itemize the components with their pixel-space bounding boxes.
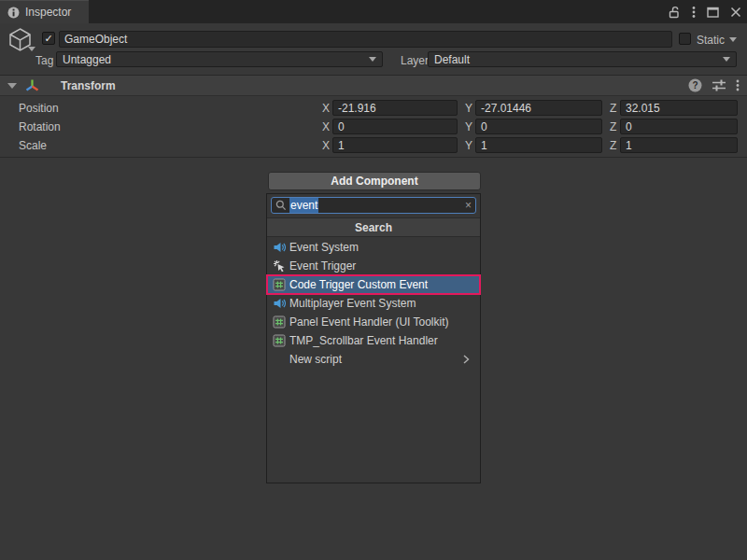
- axis-x-label: X: [322, 139, 330, 152]
- svg-text:?: ?: [692, 80, 698, 91]
- tab-inspector[interactable]: Inspector: [0, 0, 89, 23]
- axis-y-label: Y: [465, 102, 472, 115]
- position-z-field[interactable]: 32.015: [620, 100, 738, 116]
- scale-z-field[interactable]: 1: [620, 137, 738, 153]
- csharp-script-icon: [273, 315, 286, 329]
- list-item-event-system[interactable]: Event System: [267, 238, 480, 257]
- rotation-y-value: 0: [481, 120, 487, 133]
- component-kebab-menu-icon[interactable]: [736, 78, 740, 92]
- help-icon[interactable]: ?: [688, 78, 702, 92]
- layer-dropdown-arrow: [723, 57, 730, 62]
- list-item-panel-event-handler[interactable]: Panel Event Handler (UI Toolkit): [267, 313, 480, 331]
- transform-component-header[interactable]: Transform ?: [0, 75, 747, 96]
- axis-z-label: Z: [610, 139, 616, 152]
- axis-y-label: Y: [465, 120, 472, 133]
- info-icon: [7, 7, 20, 19]
- presets-icon[interactable]: [712, 78, 726, 92]
- add-component-popup: event × Search Event System Event Trigge…: [266, 193, 481, 483]
- rotation-x-value: 0: [338, 120, 345, 133]
- tag-label: Tag: [35, 54, 53, 67]
- event-system-icon: [273, 297, 286, 310]
- position-x-field[interactable]: -21.916: [332, 100, 458, 116]
- component-search-input[interactable]: event ×: [271, 197, 476, 214]
- event-trigger-icon: [273, 259, 286, 273]
- gameobject-name: GameObject: [64, 33, 127, 46]
- tag-value: Untagged: [63, 53, 111, 66]
- component-results-list: Event System Event Trigger Code Trigger …: [267, 238, 480, 369]
- list-item-tmp-scrollbar-event-handler[interactable]: TMP_Scrollbar Event Handler: [267, 331, 480, 350]
- axis-x-label: X: [322, 120, 330, 133]
- axis-z-label: Z: [610, 102, 616, 115]
- csharp-script-icon: [273, 278, 286, 291]
- scale-z-value: 1: [626, 139, 632, 152]
- item-label: Panel Event Handler (UI Toolkit): [289, 315, 449, 329]
- scale-y-field[interactable]: 1: [475, 137, 602, 153]
- list-item-event-trigger[interactable]: Event Trigger: [267, 257, 480, 275]
- search-section-header: Search: [267, 217, 480, 237]
- item-label: TMP_Scrollbar Event Handler: [289, 334, 438, 347]
- item-label: Event Trigger: [289, 259, 356, 273]
- rotation-label: Rotation: [19, 120, 61, 133]
- tab-label: Inspector: [25, 6, 71, 19]
- gameobject-icon-dropdown-arrow[interactable]: [28, 47, 35, 51]
- scale-label: Scale: [19, 139, 47, 152]
- static-label: Static: [697, 34, 725, 47]
- position-label: Position: [19, 102, 59, 115]
- close-icon[interactable]: [730, 7, 741, 18]
- window-titlebar: Inspector: [0, 0, 747, 23]
- chevron-right-icon: [459, 353, 472, 366]
- kebab-menu-icon[interactable]: [692, 6, 696, 19]
- event-system-icon: [273, 241, 286, 254]
- gameobject-name-field[interactable]: GameObject: [59, 31, 672, 48]
- item-label: New script: [289, 353, 342, 366]
- maximize-icon[interactable]: [707, 7, 719, 18]
- layer-value: Default: [434, 53, 470, 66]
- scale-y-value: 1: [481, 139, 487, 152]
- transform-icon: [24, 77, 40, 93]
- rotation-z-field[interactable]: 0: [620, 119, 738, 134]
- csharp-script-icon: [273, 334, 286, 347]
- axis-z-label: Z: [610, 120, 616, 133]
- position-y-value: -27.01446: [481, 102, 531, 115]
- rotation-x-field[interactable]: 0: [332, 119, 458, 134]
- layer-dropdown[interactable]: Default: [428, 51, 737, 67]
- foldout-arrow-icon[interactable]: [7, 83, 17, 89]
- item-label: Multiplayer Event System: [289, 297, 416, 310]
- tag-dropdown[interactable]: Untagged: [56, 51, 383, 67]
- rotation-z-value: 0: [626, 120, 632, 133]
- axis-x-label: X: [322, 102, 330, 115]
- position-z-value: 32.015: [626, 102, 660, 115]
- add-component-button[interactable]: Add Component: [268, 172, 481, 190]
- list-item-multiplayer-event-system[interactable]: Multiplayer Event System: [267, 294, 480, 313]
- static-dropdown-arrow[interactable]: [729, 37, 737, 42]
- layer-label: Layer: [401, 54, 429, 67]
- item-label: Code Trigger Custom Event: [289, 278, 428, 291]
- component-divider: [0, 157, 747, 158]
- search-icon: [275, 200, 287, 211]
- active-checkbox[interactable]: ✓: [42, 32, 55, 45]
- scale-x-field[interactable]: 1: [332, 137, 458, 153]
- scale-x-value: 1: [338, 139, 345, 152]
- rotation-y-field[interactable]: 0: [475, 119, 602, 134]
- tag-dropdown-arrow: [369, 57, 376, 62]
- position-y-field[interactable]: -27.01446: [475, 100, 602, 116]
- transform-title: Transform: [61, 79, 116, 92]
- item-label: Event System: [289, 241, 359, 254]
- list-item-code-trigger-custom-event[interactable]: Code Trigger Custom Event: [267, 275, 480, 294]
- checkmark: ✓: [44, 33, 52, 44]
- search-section-title: Search: [355, 221, 392, 234]
- search-text-selected: event: [289, 198, 318, 213]
- window-controls: [669, 0, 741, 23]
- list-item-new-script[interactable]: New script: [267, 350, 480, 369]
- position-x-value: -21.916: [338, 102, 376, 115]
- clear-search-icon[interactable]: ×: [465, 199, 472, 212]
- static-checkbox[interactable]: [679, 33, 691, 45]
- unity-inspector-window: Inspector ✓: [0, 0, 747, 560]
- add-component-label: Add Component: [331, 175, 417, 188]
- axis-y-label: Y: [465, 139, 472, 152]
- unlock-icon[interactable]: [669, 6, 681, 19]
